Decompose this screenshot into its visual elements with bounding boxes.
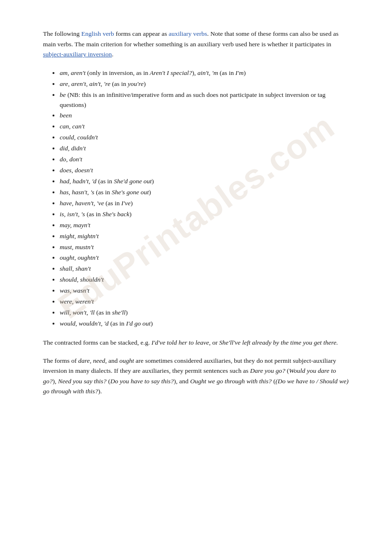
list-item: am, aren't (only in inversion, as in Are… [60, 68, 349, 78]
dare-need-paragraph: The forms of dare, need, and ought are s… [43, 356, 349, 397]
list-item: might, mightn't [60, 232, 349, 242]
list-item: shall, shan't [60, 264, 349, 274]
list-item: are, aren't, ain't, 're (as in you're) [60, 79, 349, 89]
list-item: has, hasn't, 's (as in She's gone out) [60, 188, 349, 198]
list-item: should, shouldn't [60, 275, 349, 285]
list-item: did, didn't [60, 144, 349, 154]
contracted-forms-paragraph: The contracted forms can be stacked, e.g… [43, 337, 349, 348]
english-verb-link[interactable]: English verb [81, 30, 114, 37]
list-item: would, wouldn't, 'd (as in I'd go out) [60, 319, 349, 329]
auxiliary-verbs-list: am, aren't (only in inversion, as in Are… [60, 68, 349, 329]
list-item: have, haven't, 've (as in I've) [60, 199, 349, 209]
subject-auxiliary-inversion-link[interactable]: subject-auxiliary inversion [43, 51, 112, 58]
list-item: does, doesn't [60, 166, 349, 176]
list-item: be (NB: this is an infinitive/imperative… [60, 90, 349, 110]
list-item: must, mustn't [60, 242, 349, 253]
list-item: is, isn't, 's (as in She's back) [60, 210, 349, 220]
list-item: could, couldn't [60, 133, 349, 143]
auxiliary-verbs-link[interactable]: auxiliary verbs [169, 30, 207, 37]
intro-paragraph: The following English verb forms can app… [43, 29, 349, 60]
list-item: do, don't [60, 155, 349, 165]
list-item: may, mayn't [60, 221, 349, 231]
list-item: were, weren't [60, 297, 349, 307]
page: EduPrintables.com The following English … [0, 0, 392, 433]
list-item: been [60, 111, 349, 121]
list-item: was, wasn't [60, 286, 349, 296]
list-item: had, hadn't, 'd (as in She'd gone out) [60, 177, 349, 187]
list-item: can, can't [60, 122, 349, 132]
list-item: will, won't, 'll (as in she'll) [60, 308, 349, 318]
list-item: ought, oughtn't [60, 253, 349, 263]
